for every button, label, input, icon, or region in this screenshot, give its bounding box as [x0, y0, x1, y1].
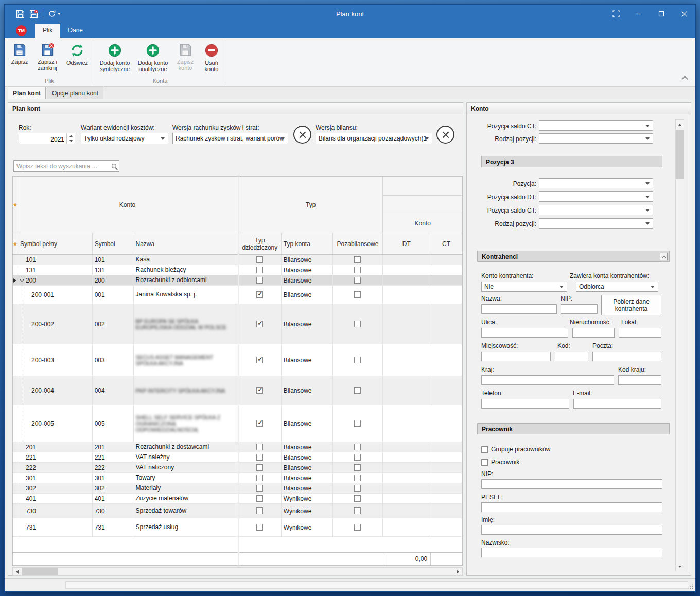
cell-pozabilansowe[interactable]: [333, 463, 383, 472]
bilans-combo[interactable]: Bilans dla organizacji pozarządowych(1: [316, 133, 432, 144]
scroll-left-button[interactable]: [13, 568, 22, 575]
cell-pozabilansowe[interactable]: [333, 255, 383, 265]
quick-save-button[interactable]: [16, 10, 25, 19]
cell-typ-dziedziczony[interactable]: [239, 255, 282, 265]
lokal-input[interactable]: [619, 328, 661, 338]
miejscowosc-input[interactable]: [481, 352, 551, 361]
cell-typ-dziedziczony[interactable]: [239, 518, 282, 536]
cell-pozabilansowe[interactable]: [333, 275, 383, 285]
cell-pozabilansowe[interactable]: [333, 504, 383, 518]
rok-input[interactable]: [19, 133, 66, 144]
cell-pozabilansowe[interactable]: [333, 286, 383, 304]
collapse-ribbon-icon[interactable]: [681, 76, 688, 82]
resize-grip-icon[interactable]: [687, 583, 693, 589]
nazwisko-input[interactable]: [481, 548, 662, 557]
clear-rzis-button[interactable]: [293, 126, 311, 144]
kraj-input[interactable]: [481, 375, 614, 385]
usun-konto-button[interactable]: Usuń konto: [199, 41, 224, 74]
cell-typ-dziedziczony[interactable]: [239, 304, 282, 344]
nieruchomosc-input[interactable]: [572, 328, 615, 338]
pozycja-saldo-dt-combo[interactable]: [539, 191, 653, 202]
pozycja-combo[interactable]: [539, 178, 653, 188]
wariant-combo[interactable]: Tylko układ rodzajowy: [81, 133, 168, 144]
dodaj-konto-analityczne-button[interactable]: Dodaj konto analityczne: [134, 41, 172, 74]
column-header-symbol-pelny[interactable]: Symbol pełny: [18, 233, 93, 254]
spin-down-icon[interactable]: [67, 138, 75, 144]
tab-opcje-planu-kont[interactable]: Opcje planu kont: [47, 87, 103, 99]
cell-pozabilansowe[interactable]: [333, 304, 383, 344]
cell-typ-dziedziczony[interactable]: [239, 463, 282, 472]
maximize-button[interactable]: [650, 5, 673, 23]
pozycja-saldo-ct-combo[interactable]: [539, 120, 653, 131]
fit-window-button[interactable]: [605, 5, 627, 23]
rodzaj-pozycji-combo[interactable]: [539, 133, 653, 144]
column-header-dt[interactable]: DT: [383, 233, 430, 254]
grupuje-pracownikow-checkbox[interactable]: Grupuje pracowników: [481, 446, 550, 453]
rok-spinner[interactable]: [19, 133, 75, 144]
cell-pozabilansowe[interactable]: [333, 483, 383, 493]
scroll-thumb[interactable]: [22, 568, 58, 575]
cell-typ-dziedziczony[interactable]: [239, 452, 282, 462]
column-header-nazwa[interactable]: Nazwa: [133, 233, 237, 254]
cell-pozabilansowe[interactable]: [333, 442, 383, 452]
cell-pozabilansowe[interactable]: [333, 405, 383, 442]
expand-chevron-icon[interactable]: [20, 276, 25, 282]
column-header-pozabilansowe[interactable]: Pozabilansowe: [333, 233, 383, 254]
column-header-typ-konta[interactable]: Typ konta: [282, 233, 333, 254]
column-header-ct[interactable]: CT: [430, 233, 462, 254]
search-icon[interactable]: [109, 164, 119, 168]
clear-bilans-button[interactable]: [436, 126, 454, 144]
dodaj-konto-syntetyczne-button[interactable]: Dodaj konto syntetyczne: [96, 41, 134, 74]
konto-kontrahenta-combo[interactable]: Nie: [481, 282, 567, 292]
pracownik-checkbox[interactable]: Pracownik: [481, 459, 519, 466]
kod-input[interactable]: [555, 352, 588, 361]
column-header-symbol[interactable]: Symbol: [93, 233, 134, 254]
zapisz-button[interactable]: Zapisz: [7, 41, 32, 66]
cell-typ-dziedziczony[interactable]: [239, 483, 282, 493]
rodzaj-pozycji2-combo[interactable]: [539, 218, 653, 229]
cell-typ-dziedziczony[interactable]: [239, 265, 282, 275]
frozen-column-divider[interactable]: [238, 177, 239, 565]
quick-refresh-button[interactable]: [48, 10, 61, 18]
rzis-combo[interactable]: Rachunek zysków i strat, wariant porów: [172, 133, 288, 144]
scroll-right-button[interactable]: [453, 568, 462, 575]
cell-pozabilansowe[interactable]: [333, 344, 383, 376]
cell-typ-dziedziczony[interactable]: [239, 442, 282, 452]
cell-typ-dziedziczony[interactable]: [239, 405, 282, 442]
kod-kraju-input[interactable]: [618, 375, 661, 385]
pobierz-dane-button[interactable]: Pobierz dane kontrahenta: [601, 295, 661, 315]
zapisz-i-zamknij-button[interactable]: Zapisz i zamknij: [32, 41, 62, 73]
cell-typ-dziedziczony[interactable]: [239, 376, 282, 405]
cell-pozabilansowe[interactable]: [333, 265, 383, 275]
cell-pozabilansowe[interactable]: [333, 494, 383, 503]
ribbon-tab-plik[interactable]: Plik: [35, 24, 60, 38]
cell-typ-dziedziczony[interactable]: [239, 275, 282, 285]
horizontal-scrollbar[interactable]: [12, 567, 463, 576]
cell-typ-dziedziczony[interactable]: [239, 504, 282, 518]
collapse-section-button[interactable]: [660, 253, 668, 260]
scroll-down-button[interactable]: [676, 562, 684, 571]
close-button[interactable]: [673, 5, 695, 23]
pesel-input[interactable]: [481, 502, 662, 512]
cell-pozabilansowe[interactable]: [333, 452, 383, 462]
rok-spin-buttons[interactable]: [66, 133, 75, 144]
scroll-track[interactable]: [676, 129, 684, 562]
search-input[interactable]: [14, 163, 109, 170]
vertical-scrollbar[interactable]: [675, 119, 684, 571]
minimize-button[interactable]: [627, 5, 650, 23]
scroll-up-button[interactable]: [676, 120, 684, 129]
pracownik-nip-input[interactable]: [481, 479, 662, 489]
poczta-input[interactable]: [592, 352, 661, 361]
ribbon-tab-dane[interactable]: Dane: [60, 24, 91, 38]
imie-input[interactable]: [481, 525, 662, 535]
cell-typ-dziedziczony[interactable]: [239, 494, 282, 503]
cell-typ-dziedziczony[interactable]: [239, 344, 282, 376]
zawiera-konta-combo[interactable]: Odbiorca: [576, 282, 658, 292]
quick-save-close-button[interactable]: [29, 10, 38, 19]
cell-pozabilansowe[interactable]: [333, 376, 383, 405]
pozycja-saldo-ct2-combo[interactable]: [539, 205, 653, 215]
cell-pozabilansowe[interactable]: [333, 518, 383, 536]
scroll-thumb[interactable]: [676, 130, 684, 179]
cell-typ-dziedziczony[interactable]: [239, 286, 282, 304]
scroll-track[interactable]: [22, 568, 453, 575]
